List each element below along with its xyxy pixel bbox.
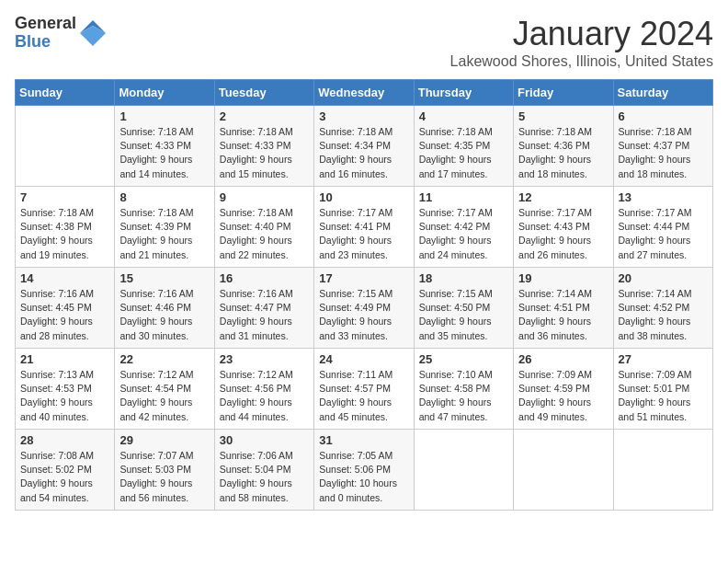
day-info: Sunrise: 7:10 AM Sunset: 4:58 PM Dayligh… [419,368,508,424]
logo-general-text: General [15,15,76,33]
calendar-cell: 18Sunrise: 7:15 AM Sunset: 4:50 PM Dayli… [414,268,513,349]
day-number: 10 [319,190,408,204]
day-info: Sunrise: 7:18 AM Sunset: 4:40 PM Dayligh… [220,206,309,262]
calendar-cell: 22Sunrise: 7:12 AM Sunset: 4:54 PM Dayli… [115,349,214,430]
calendar-cell: 19Sunrise: 7:14 AM Sunset: 4:51 PM Dayli… [514,268,613,349]
calendar-cell: 30Sunrise: 7:06 AM Sunset: 5:04 PM Dayli… [214,430,313,511]
calendar-table: SundayMondayTuesdayWednesdayThursdayFrid… [15,79,713,511]
day-info: Sunrise: 7:18 AM Sunset: 4:39 PM Dayligh… [119,206,209,262]
calendar-cell: 3Sunrise: 7:18 AM Sunset: 4:34 PM Daylig… [314,106,414,187]
day-number: 17 [319,271,408,285]
day-info: Sunrise: 7:18 AM Sunset: 4:35 PM Dayligh… [419,125,508,181]
day-number: 1 [119,109,209,123]
calendar-cell: 26Sunrise: 7:09 AM Sunset: 4:59 PM Dayli… [514,349,613,430]
day-number: 30 [220,433,309,447]
day-number: 11 [419,190,508,204]
day-info: Sunrise: 7:17 AM Sunset: 4:44 PM Dayligh… [619,206,708,262]
calendar-cell: 31Sunrise: 7:05 AM Sunset: 5:06 PM Dayli… [314,430,414,511]
day-number: 13 [619,190,708,204]
logo-blue-text: Blue [15,33,76,52]
day-number: 31 [319,433,408,447]
day-info: Sunrise: 7:11 AM Sunset: 4:57 PM Dayligh… [319,368,408,424]
day-number: 15 [119,271,209,285]
calendar-cell [414,430,513,511]
calendar-cell: 6Sunrise: 7:18 AM Sunset: 4:37 PM Daylig… [613,106,712,187]
calendar-cell [613,430,712,511]
day-number: 18 [419,271,508,285]
calendar-week-row: 21Sunrise: 7:13 AM Sunset: 4:53 PM Dayli… [16,349,713,430]
day-number: 7 [20,190,109,204]
calendar-week-row: 14Sunrise: 7:16 AM Sunset: 4:45 PM Dayli… [16,268,713,349]
calendar-week-row: 1Sunrise: 7:18 AM Sunset: 4:33 PM Daylig… [16,106,713,187]
calendar-cell: 29Sunrise: 7:07 AM Sunset: 5:03 PM Dayli… [115,430,214,511]
weekday-header: Tuesday [214,80,313,106]
calendar-cell: 27Sunrise: 7:09 AM Sunset: 5:01 PM Dayli… [613,349,712,430]
day-number: 12 [518,190,608,204]
day-info: Sunrise: 7:18 AM Sunset: 4:33 PM Dayligh… [119,125,209,181]
calendar-cell: 24Sunrise: 7:11 AM Sunset: 4:57 PM Dayli… [314,349,414,430]
calendar-cell: 20Sunrise: 7:14 AM Sunset: 4:52 PM Dayli… [613,268,712,349]
calendar-week-row: 28Sunrise: 7:08 AM Sunset: 5:02 PM Dayli… [16,430,713,511]
calendar-cell: 25Sunrise: 7:10 AM Sunset: 4:58 PM Dayli… [414,349,513,430]
day-number: 28 [20,433,109,447]
day-info: Sunrise: 7:18 AM Sunset: 4:33 PM Dayligh… [220,125,309,181]
day-info: Sunrise: 7:17 AM Sunset: 4:43 PM Dayligh… [518,206,608,262]
day-info: Sunrise: 7:16 AM Sunset: 4:45 PM Dayligh… [20,287,109,343]
calendar-cell: 11Sunrise: 7:17 AM Sunset: 4:42 PM Dayli… [414,187,513,268]
title-area: January 2024 Lakewood Shores, Illinois, … [450,15,713,70]
calendar-cell: 10Sunrise: 7:17 AM Sunset: 4:41 PM Dayli… [314,187,414,268]
day-number: 5 [518,109,608,123]
day-number: 6 [619,109,708,123]
day-number: 20 [619,271,708,285]
day-info: Sunrise: 7:13 AM Sunset: 4:53 PM Dayligh… [20,368,109,424]
day-info: Sunrise: 7:15 AM Sunset: 4:50 PM Dayligh… [419,287,508,343]
calendar-cell: 2Sunrise: 7:18 AM Sunset: 4:33 PM Daylig… [214,106,313,187]
day-info: Sunrise: 7:14 AM Sunset: 4:51 PM Dayligh… [518,287,608,343]
weekday-header: Saturday [613,80,712,106]
day-number: 27 [619,352,708,366]
day-number: 3 [319,109,408,123]
logo: General Blue [15,15,106,52]
day-info: Sunrise: 7:08 AM Sunset: 5:02 PM Dayligh… [20,449,109,505]
calendar-cell [514,430,613,511]
day-info: Sunrise: 7:18 AM Sunset: 4:37 PM Dayligh… [619,125,708,181]
day-info: Sunrise: 7:16 AM Sunset: 4:46 PM Dayligh… [119,287,209,343]
day-number: 22 [119,352,209,366]
calendar-header-row: SundayMondayTuesdayWednesdayThursdayFrid… [16,80,713,106]
weekday-header: Friday [514,80,613,106]
day-number: 24 [319,352,408,366]
day-info: Sunrise: 7:14 AM Sunset: 4:52 PM Dayligh… [619,287,708,343]
calendar-cell: 16Sunrise: 7:16 AM Sunset: 4:47 PM Dayli… [214,268,313,349]
day-info: Sunrise: 7:09 AM Sunset: 4:59 PM Dayligh… [518,368,608,424]
day-info: Sunrise: 7:07 AM Sunset: 5:03 PM Dayligh… [119,449,209,505]
calendar-cell: 5Sunrise: 7:18 AM Sunset: 4:36 PM Daylig… [514,106,613,187]
day-info: Sunrise: 7:12 AM Sunset: 4:54 PM Dayligh… [119,368,209,424]
calendar-cell: 9Sunrise: 7:18 AM Sunset: 4:40 PM Daylig… [214,187,313,268]
day-number: 14 [20,271,109,285]
page-header: General Blue January 2024 Lakewood Shore… [15,15,713,70]
calendar-cell: 21Sunrise: 7:13 AM Sunset: 4:53 PM Dayli… [16,349,115,430]
weekday-header: Monday [115,80,214,106]
calendar-cell: 23Sunrise: 7:12 AM Sunset: 4:56 PM Dayli… [214,349,313,430]
day-number: 19 [518,271,608,285]
calendar-cell [16,106,115,187]
calendar-cell: 28Sunrise: 7:08 AM Sunset: 5:02 PM Dayli… [16,430,115,511]
day-info: Sunrise: 7:16 AM Sunset: 4:47 PM Dayligh… [220,287,309,343]
calendar-cell: 12Sunrise: 7:17 AM Sunset: 4:43 PM Dayli… [514,187,613,268]
day-info: Sunrise: 7:18 AM Sunset: 4:34 PM Dayligh… [319,125,408,181]
day-info: Sunrise: 7:17 AM Sunset: 4:42 PM Dayligh… [419,206,508,262]
calendar-cell: 15Sunrise: 7:16 AM Sunset: 4:46 PM Dayli… [115,268,214,349]
day-info: Sunrise: 7:06 AM Sunset: 5:04 PM Dayligh… [220,449,309,505]
day-number: 4 [419,109,508,123]
day-number: 16 [220,271,309,285]
day-info: Sunrise: 7:18 AM Sunset: 4:38 PM Dayligh… [20,206,109,262]
weekday-header: Sunday [16,80,115,106]
day-number: 23 [220,352,309,366]
day-info: Sunrise: 7:12 AM Sunset: 4:56 PM Dayligh… [220,368,309,424]
day-number: 8 [119,190,209,204]
calendar-cell: 7Sunrise: 7:18 AM Sunset: 4:38 PM Daylig… [16,187,115,268]
calendar-cell: 14Sunrise: 7:16 AM Sunset: 4:45 PM Dayli… [16,268,115,349]
calendar-cell: 1Sunrise: 7:18 AM Sunset: 4:33 PM Daylig… [115,106,214,187]
day-info: Sunrise: 7:18 AM Sunset: 4:36 PM Dayligh… [518,125,608,181]
location-title: Lakewood Shores, Illinois, United States [450,53,713,70]
